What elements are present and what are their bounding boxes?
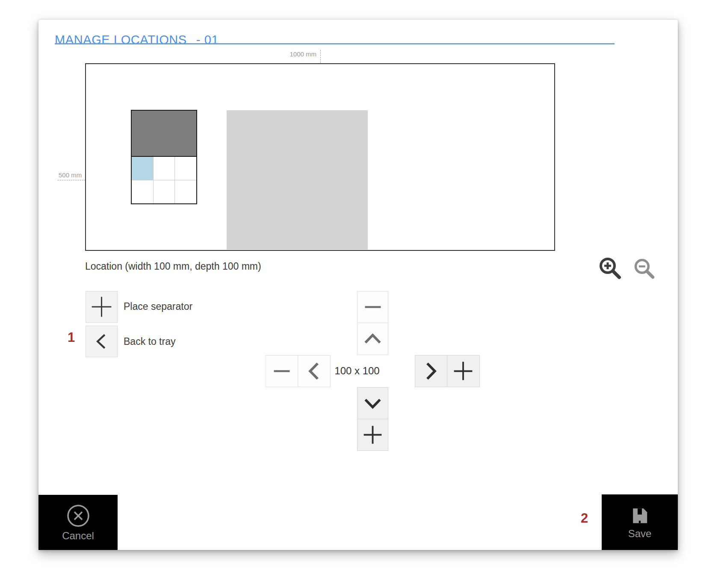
location-cell[interactable] — [132, 180, 153, 203]
location-cell-selected[interactable] — [132, 157, 153, 180]
location-cell[interactable] — [154, 157, 175, 180]
page-title-main: MANAGE LOCATIONS — [55, 33, 187, 47]
location-cell[interactable] — [175, 180, 196, 203]
tray-occupied-region[interactable] — [132, 111, 196, 157]
move-down-button[interactable] — [357, 387, 388, 419]
move-right-button[interactable] — [415, 355, 447, 387]
back-to-tray-label: Back to tray — [124, 336, 175, 347]
magnifier-plus-icon — [598, 256, 623, 281]
location-grid — [132, 157, 196, 203]
unassigned-item-block[interactable] — [227, 110, 368, 250]
save-button[interactable]: Save — [602, 494, 678, 550]
depth-increase-button[interactable] — [357, 419, 388, 451]
location-cell[interactable] — [175, 157, 196, 180]
plus-icon — [358, 419, 388, 451]
tray-depth-dimension-tick — [58, 180, 86, 180]
location-cell[interactable] — [154, 180, 175, 203]
tray-depth-dimension-label: 500 mm — [59, 171, 82, 179]
annotation-step-2: 2 — [581, 511, 588, 526]
minus-icon — [358, 291, 388, 323]
location-size-display: 100 x 100 — [325, 365, 389, 377]
page-title: MANAGE LOCATIONS- 01 — [55, 33, 219, 47]
manage-locations-dialog: MANAGE LOCATIONS- 01 1000 mm 500 mm — [38, 20, 678, 550]
title-underline — [55, 43, 615, 44]
back-to-tray-button[interactable] — [86, 326, 118, 357]
page-background: MANAGE LOCATIONS- 01 1000 mm 500 mm — [0, 0, 721, 588]
plus-icon — [86, 291, 117, 323]
depth-decrease-button[interactable] — [357, 291, 388, 323]
save-button-label: Save — [628, 529, 652, 539]
width-increase-button[interactable] — [447, 355, 480, 387]
chevron-down-icon — [358, 387, 388, 419]
location-info-text: Location (width 100 mm, depth 100 mm) — [85, 261, 261, 272]
place-separator-label: Place separator — [124, 301, 192, 312]
chevron-left-icon — [86, 326, 117, 357]
zoom-out-button[interactable] — [633, 257, 656, 280]
width-decrease-button[interactable] — [266, 355, 298, 387]
plus-icon — [447, 355, 479, 387]
chevron-up-icon — [358, 323, 388, 355]
move-up-button[interactable] — [357, 323, 388, 355]
tray-width-dimension-label: 1000 mm — [257, 50, 316, 58]
minus-icon — [266, 355, 298, 387]
tray-width-dimension-tick — [320, 50, 321, 63]
magnifier-minus-icon — [633, 257, 656, 280]
tray-outline[interactable] — [131, 110, 197, 204]
floppy-disk-icon — [630, 506, 650, 526]
chevron-right-icon — [415, 355, 447, 387]
tray-canvas[interactable] — [85, 63, 555, 251]
cancel-button-label: Cancel — [62, 531, 94, 541]
cancel-button[interactable]: Cancel — [38, 495, 118, 550]
place-separator-button[interactable] — [86, 291, 118, 323]
zoom-in-button[interactable] — [598, 256, 623, 281]
circled-x-icon — [66, 504, 90, 528]
page-title-suffix: - 01 — [196, 33, 219, 47]
annotation-step-1: 1 — [68, 330, 75, 345]
